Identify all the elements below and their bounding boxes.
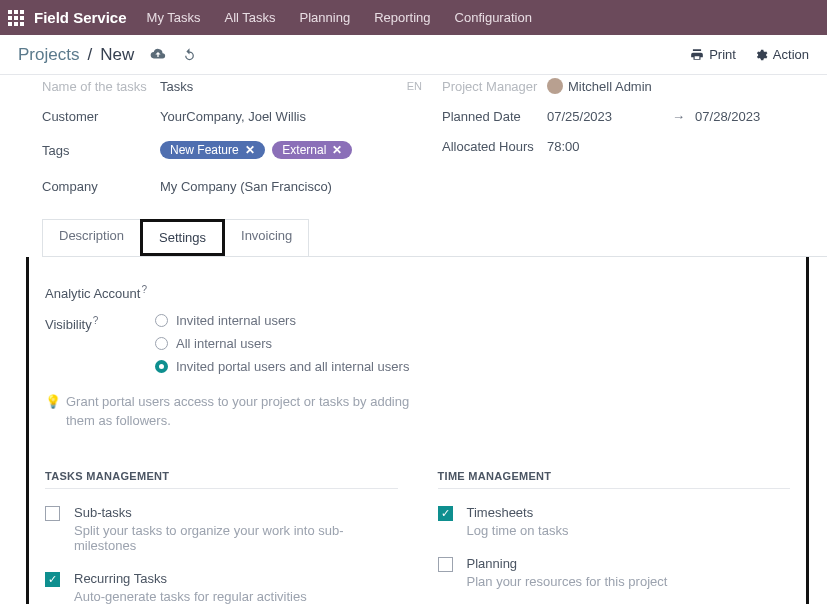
topbar: Field Service My Tasks All Tasks Plannin… bbox=[0, 0, 827, 35]
customer-value[interactable]: YourCompany, Joel Willis bbox=[160, 109, 306, 124]
planned-date-label: Planned Date bbox=[442, 109, 547, 124]
tab-invoicing[interactable]: Invoicing bbox=[224, 219, 309, 256]
recurring-tasks-title: Recurring Tasks bbox=[74, 571, 307, 586]
radio-all-internal[interactable]: All internal users bbox=[155, 336, 409, 351]
action-button[interactable]: Action bbox=[754, 47, 809, 62]
arrow-right-icon: → bbox=[672, 109, 685, 124]
radio-icon bbox=[155, 360, 168, 373]
lightbulb-icon: 💡 bbox=[45, 393, 61, 429]
analytic-account-label: Analytic Account? bbox=[45, 282, 155, 301]
apps-icon[interactable] bbox=[8, 10, 24, 26]
company-value[interactable]: My Company (San Francisco) bbox=[160, 179, 332, 194]
tab-description[interactable]: Description bbox=[42, 219, 141, 256]
planning-title: Planning bbox=[467, 556, 668, 571]
section-title: TIME MANAGEMENT bbox=[438, 470, 791, 489]
alloc-hours-value[interactable]: 78:00 bbox=[547, 139, 580, 154]
nav-reporting[interactable]: Reporting bbox=[374, 10, 430, 25]
nav-planning[interactable]: Planning bbox=[300, 10, 351, 25]
radio-portal-and-internal[interactable]: Invited portal users and all internal us… bbox=[155, 359, 409, 374]
breadcrumb-sep: / bbox=[87, 45, 92, 65]
avatar bbox=[547, 78, 563, 94]
visibility-radio-group: Invited internal users All internal user… bbox=[155, 313, 409, 374]
action-label: Action bbox=[773, 47, 809, 62]
company-label: Company bbox=[42, 179, 160, 194]
pm-label: Project Manager bbox=[442, 79, 547, 94]
radio-invited-internal[interactable]: Invited internal users bbox=[155, 313, 409, 328]
checkbox-sub-tasks[interactable] bbox=[45, 506, 60, 521]
visibility-hint: 💡 Grant portal users access to your proj… bbox=[45, 393, 425, 429]
tag-new-feature[interactable]: New Feature✕ bbox=[160, 141, 265, 159]
tags-value[interactable]: New Feature✕ External✕ bbox=[160, 141, 356, 159]
print-icon bbox=[690, 48, 704, 62]
planned-end[interactable]: 07/28/2023 bbox=[695, 109, 760, 124]
remove-tag-icon[interactable]: ✕ bbox=[245, 143, 255, 157]
breadcrumb-current: New bbox=[100, 45, 134, 65]
sub-header: Projects / New Print Action bbox=[0, 35, 827, 75]
radio-icon bbox=[155, 314, 168, 327]
checkbox-planning[interactable] bbox=[438, 557, 453, 572]
checkbox-timesheets[interactable]: ✓ bbox=[438, 506, 453, 521]
name-of-tasks-value[interactable]: Tasks bbox=[160, 79, 193, 94]
sub-tasks-desc: Split your tasks to organize your work i… bbox=[74, 523, 398, 553]
radio-icon bbox=[155, 337, 168, 350]
alloc-hours-label: Allocated Hours bbox=[442, 139, 547, 154]
discard-icon[interactable] bbox=[182, 47, 197, 62]
breadcrumb: Projects / New bbox=[18, 45, 197, 65]
top-nav: My Tasks All Tasks Planning Reporting Co… bbox=[147, 10, 532, 25]
lang-badge: EN bbox=[407, 80, 422, 92]
timesheets-desc: Log time on tasks bbox=[467, 523, 569, 538]
breadcrumb-root[interactable]: Projects bbox=[18, 45, 79, 65]
timesheets-title: Timesheets bbox=[467, 505, 569, 520]
checkbox-recurring-tasks[interactable]: ✓ bbox=[45, 572, 60, 587]
tabs: Description Settings Invoicing bbox=[42, 219, 827, 257]
section-title: TASKS MANAGEMENT bbox=[45, 470, 398, 489]
print-button[interactable]: Print bbox=[690, 47, 736, 62]
tab-settings[interactable]: Settings bbox=[140, 219, 225, 256]
tags-label: Tags bbox=[42, 143, 160, 158]
header-actions: Print Action bbox=[690, 47, 809, 62]
help-icon[interactable]: ? bbox=[141, 284, 147, 295]
visibility-label: Visibility? bbox=[45, 313, 155, 332]
planned-start[interactable]: 07/25/2023 bbox=[547, 109, 612, 124]
tag-external[interactable]: External✕ bbox=[272, 141, 352, 159]
print-label: Print bbox=[709, 47, 736, 62]
recurring-tasks-desc: Auto-generate tasks for regular activiti… bbox=[74, 589, 307, 604]
nav-all-tasks[interactable]: All Tasks bbox=[225, 10, 276, 25]
time-management-section: TIME MANAGEMENT ✓ Timesheets Log time on… bbox=[438, 470, 791, 604]
pm-value[interactable]: Mitchell Admin bbox=[547, 78, 652, 94]
brand: Field Service bbox=[34, 9, 127, 26]
remove-tag-icon[interactable]: ✕ bbox=[332, 143, 342, 157]
nav-my-tasks[interactable]: My Tasks bbox=[147, 10, 201, 25]
nav-configuration[interactable]: Configuration bbox=[455, 10, 532, 25]
name-of-tasks-label: Name of the tasks bbox=[42, 79, 160, 94]
customer-label: Customer bbox=[42, 109, 160, 124]
planning-desc: Plan your resources for this project bbox=[467, 574, 668, 589]
help-icon[interactable]: ? bbox=[93, 315, 99, 326]
cloud-save-icon[interactable] bbox=[150, 48, 166, 61]
tasks-management-section: TASKS MANAGEMENT Sub-tasks Split your ta… bbox=[45, 470, 398, 604]
sub-tasks-title: Sub-tasks bbox=[74, 505, 398, 520]
gear-icon bbox=[754, 48, 768, 62]
